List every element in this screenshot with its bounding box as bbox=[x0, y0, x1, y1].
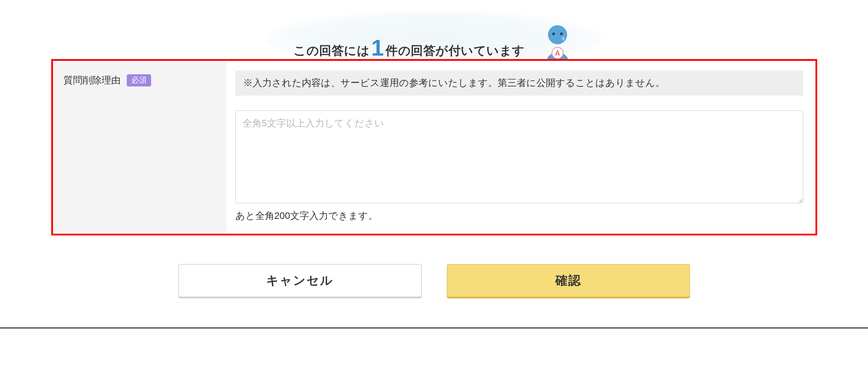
svg-point-2 bbox=[560, 33, 563, 35]
reason-label: 質問削除理由 bbox=[63, 74, 121, 87]
required-badge: 必須 bbox=[127, 74, 151, 86]
svg-point-1 bbox=[552, 33, 555, 35]
notice-bar: ※入力された内容は、サービス運用の参考にいたします。第三者に公開することはありま… bbox=[235, 70, 803, 96]
banner-prefix: この回答には bbox=[294, 43, 370, 59]
banner-text: この回答には 1 件の回答が付いています bbox=[294, 36, 525, 62]
banner-suffix: 件の回答が付いています bbox=[386, 43, 525, 59]
reason-textarea[interactable] bbox=[235, 110, 803, 203]
mascot-icon: A bbox=[541, 24, 574, 63]
banner-count: 1 bbox=[370, 36, 386, 59]
form-input-column: ※入力された内容は、サービス運用の参考にいたします。第三者に公開することはありま… bbox=[227, 61, 815, 234]
divider bbox=[0, 328, 868, 328]
banner: この回答には 1 件の回答が付いています A bbox=[294, 13, 574, 62]
label-row: 質問削除理由 必須 bbox=[63, 74, 216, 87]
page-root: この回答には 1 件の回答が付いています A 質問削除理由 bbox=[0, 0, 868, 354]
svg-text:A: A bbox=[555, 50, 560, 57]
confirm-button[interactable]: 確認 bbox=[447, 264, 690, 297]
char-count-hint: あと全角200文字入力できます。 bbox=[235, 209, 803, 222]
cancel-button[interactable]: キャンセル bbox=[178, 264, 422, 297]
svg-point-3 bbox=[562, 36, 564, 41]
form-frame: 質問削除理由 必須 ※入力された内容は、サービス運用の参考にいたします。第三者に… bbox=[51, 59, 817, 235]
button-row: キャンセル 確認 bbox=[0, 264, 868, 297]
svg-point-0 bbox=[548, 25, 567, 44]
form-label-column: 質問削除理由 必須 bbox=[53, 61, 227, 234]
banner-wrap: この回答には 1 件の回答が付いています A bbox=[0, 13, 868, 62]
